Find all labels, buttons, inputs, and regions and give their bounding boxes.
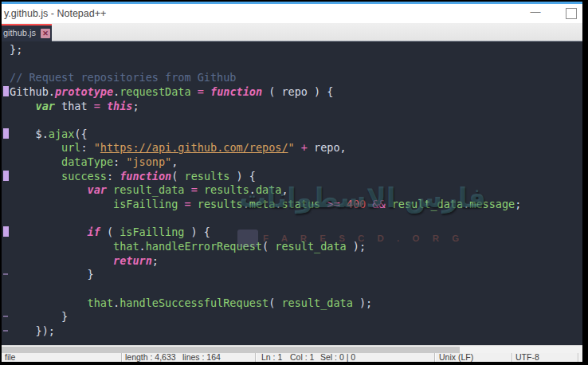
code-line: // Request repositories from Github <box>2 70 582 84</box>
watermark-latin-text: F A R E S C D . O R G <box>263 234 465 243</box>
tab-close-icon[interactable]: ✕ <box>41 29 50 38</box>
status-doc-type: file <box>5 353 15 362</box>
fold-dash-icon <box>3 316 8 317</box>
code-line: return; <box>2 253 582 268</box>
code-line <box>2 281 582 296</box>
status-separator <box>121 353 123 362</box>
watermark-logo <box>237 230 258 247</box>
status-column-number: Col : 1 <box>290 353 314 362</box>
maximize-button[interactable] <box>559 4 583 23</box>
code-line: dataType: "jsonp", <box>2 155 582 169</box>
code-line <box>2 112 582 127</box>
status-line-number: Ln : 1 <box>261 353 282 362</box>
titlebar[interactable]: y.github.js - Notepad++ — <box>2 4 582 23</box>
minimize-button[interactable]: — <box>523 4 547 23</box>
tab-bar: github.js ✕ <box>2 23 582 41</box>
change-marker-icon <box>3 171 9 181</box>
tab-github-js[interactable]: github.js ✕ <box>2 24 52 41</box>
code-line: that.handleSuccessfulRequest( result_dat… <box>2 296 582 310</box>
code-line: var that = this; <box>2 99 582 113</box>
horizontal-scrollbar[interactable] <box>2 345 582 353</box>
change-marker-icon <box>3 128 9 139</box>
status-selection: Sel : 0 | 0 <box>320 353 355 362</box>
status-eol-format: Unix (LF) <box>439 353 473 362</box>
horizontal-scrollbar-thumb[interactable] <box>2 347 460 353</box>
window-title: y.github.js - Notepad++ <box>4 8 106 19</box>
code-line: } <box>2 309 582 324</box>
code-line: } <box>2 267 582 281</box>
change-marker-icon <box>3 226 9 237</box>
maximize-icon <box>566 8 577 19</box>
code-line: }; <box>2 42 582 57</box>
code-line <box>2 57 582 71</box>
fold-dash-icon <box>3 273 8 275</box>
status-length: length : 4,633 <box>125 353 176 362</box>
status-separator <box>512 353 513 362</box>
code-line: success: function( results ) { <box>2 169 582 183</box>
code-editor[interactable]: };// Request repositories from GithubGit… <box>2 41 582 345</box>
code-line: }); <box>2 324 582 338</box>
status-bar: file length : 4,633 lines : 164 Ln : 1 C… <box>2 353 582 362</box>
code-line: var result_data = results.data, <box>2 182 582 197</box>
notepadpp-window: y.github.js - Notepad++ — github.js ✕ };… <box>2 2 582 362</box>
code-line: $.ajax({ <box>2 127 582 141</box>
status-separator <box>255 353 257 362</box>
tab-label: github.js <box>3 28 36 37</box>
status-encoding: UTF-8 <box>515 353 539 362</box>
status-lines: lines : 164 <box>182 353 221 362</box>
code-line <box>2 211 582 226</box>
code-lines: };// Request repositories from GithubGit… <box>2 42 582 337</box>
code-line: Github.prototype.requestData = function … <box>2 84 582 99</box>
screenshot-frame: y.github.js - Notepad++ — github.js ✕ };… <box>0 0 588 365</box>
status-separator <box>434 353 436 362</box>
code-line: url: "https://api.github.com/repos/" + r… <box>2 140 582 155</box>
change-marker-icon <box>3 86 9 96</box>
fold-dash-icon <box>3 330 8 332</box>
status-separator <box>578 353 579 362</box>
code-line: isFailling = results.meta.status >= 400 … <box>2 197 582 211</box>
